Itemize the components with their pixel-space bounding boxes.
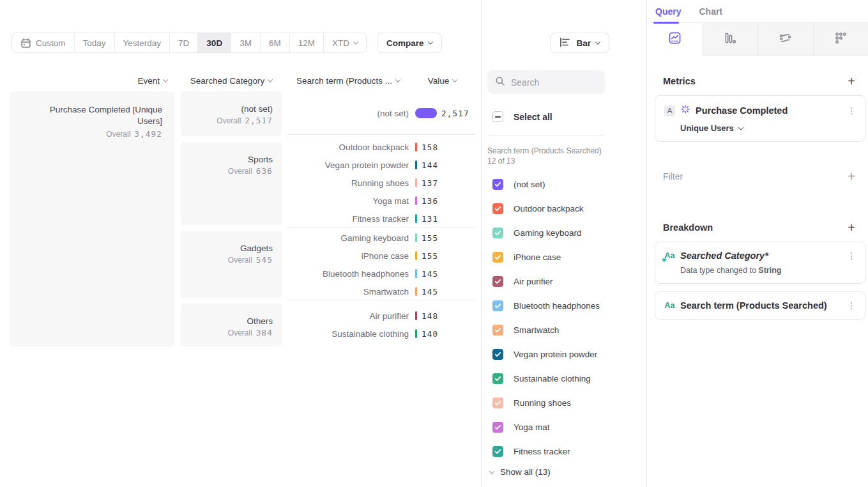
funnels-tab[interactable] xyxy=(703,23,758,56)
term-row[interactable]: Sustainable clothing140 xyxy=(287,325,476,343)
range-12m[interactable]: 12M xyxy=(289,33,323,52)
legend-item-label: Outdoor backpack xyxy=(514,204,584,213)
range-label: Today xyxy=(83,38,106,48)
term-row[interactable]: Vegan protein powder144 xyxy=(287,156,476,174)
term-value: 2,517 xyxy=(441,109,469,118)
add-breakdown-button[interactable]: + xyxy=(848,221,855,234)
category-card[interactable]: SportsOverall636 xyxy=(181,142,282,225)
header-event[interactable]: Event xyxy=(10,74,175,87)
legend-item[interactable]: Air purifier xyxy=(487,269,641,293)
retention-tab[interactable] xyxy=(813,23,868,56)
event-spark-icon xyxy=(680,104,690,117)
insights-tab[interactable] xyxy=(647,23,703,56)
check-icon xyxy=(494,399,501,406)
range-custom[interactable]: Custom xyxy=(12,33,74,52)
legend-items: (not set)Outdoor backpackGaming keyboard… xyxy=(487,172,641,463)
legend-item[interactable]: Fitness tracker xyxy=(487,439,641,463)
legend-item[interactable]: Gaming keyboard xyxy=(487,220,641,245)
kebab-menu-icon[interactable]: ⋮ xyxy=(847,301,856,310)
range-yesterday[interactable]: Yesterday xyxy=(114,33,170,52)
show-all-button[interactable]: Show all (13) xyxy=(490,467,551,477)
term-row[interactable]: Fitness tracker131 xyxy=(287,210,476,228)
range-3m[interactable]: 3M xyxy=(231,33,260,52)
term-row[interactable]: Air purifier148 xyxy=(287,307,476,325)
overall-value: 545 xyxy=(256,255,273,265)
chevron-down-icon xyxy=(452,77,457,82)
tab-chart[interactable]: Chart xyxy=(699,6,722,17)
checked-checkbox[interactable] xyxy=(492,203,503,214)
category-card[interactable]: (not set)Overall2,517 xyxy=(181,91,282,136)
select-all-label: Select all xyxy=(514,112,552,122)
checked-checkbox[interactable] xyxy=(492,300,503,311)
check-icon xyxy=(494,229,501,236)
search-input[interactable] xyxy=(511,77,588,88)
insights-icon xyxy=(669,32,681,47)
add-filter-button[interactable]: + xyxy=(848,170,855,183)
range-30d[interactable]: 30D xyxy=(197,33,231,52)
value-bar xyxy=(415,178,417,187)
select-all-row[interactable]: Select all xyxy=(492,111,552,122)
kebab-menu-icon[interactable]: ⋮ xyxy=(847,251,856,260)
legend-item[interactable]: iPhone case xyxy=(487,245,641,269)
term-row[interactable]: Bluetooth headphones145 xyxy=(287,265,476,282)
checked-checkbox[interactable] xyxy=(492,373,503,384)
range-xtd[interactable]: XTD xyxy=(323,33,366,52)
checked-checkbox[interactable] xyxy=(492,228,503,238)
add-metric-button[interactable]: + xyxy=(848,75,855,88)
indeterminate-checkbox[interactable] xyxy=(492,111,503,122)
legend-item[interactable]: Yoga mat xyxy=(487,415,641,439)
chevron-down-icon xyxy=(395,77,400,82)
checked-checkbox[interactable] xyxy=(492,398,503,408)
legend-item[interactable]: Sustainable clothing xyxy=(487,366,641,390)
term-row[interactable]: Gaming keyboard155 xyxy=(287,229,476,247)
breakdown-card-searched-category[interactable]: Aa✳ Searched Category* ⋮ Data type chang… xyxy=(655,242,865,284)
term-row[interactable]: (not set)2,517 xyxy=(287,104,476,122)
legend-search[interactable] xyxy=(487,70,605,94)
query-panel: Query Chart xyxy=(646,0,868,487)
legend-item[interactable]: Bluetooth headphones xyxy=(487,293,641,318)
term-row[interactable]: Running shoes137 xyxy=(287,174,476,192)
tab-query[interactable]: Query xyxy=(655,6,681,17)
header-value[interactable]: Value xyxy=(409,74,476,87)
header-search-term[interactable]: Search term (Products ... xyxy=(287,74,409,87)
indeterminate-dash-icon xyxy=(495,116,501,118)
term-label: (not set) xyxy=(287,109,409,118)
metric-card[interactable]: A Purchase Completed ⋮ Unique Users xyxy=(655,95,865,142)
compare-button[interactable]: Compare xyxy=(377,33,443,53)
range-6m[interactable]: 6M xyxy=(260,33,289,52)
checked-checkbox[interactable] xyxy=(492,276,503,287)
measure-selector[interactable]: Unique Users xyxy=(680,123,856,133)
legend-item[interactable]: Smartwatch xyxy=(487,318,641,342)
category-card[interactable]: OthersOverall384 xyxy=(181,304,282,346)
checked-checkbox[interactable] xyxy=(492,325,503,336)
event-card[interactable]: Purchase Completed [Unique Users] Overal… xyxy=(10,91,175,346)
retention-icon xyxy=(835,32,847,47)
search-icon xyxy=(495,76,505,89)
term-row[interactable]: Yoga mat136 xyxy=(287,192,476,210)
breakdown-section-header: Breakdown + xyxy=(663,221,855,234)
insights-report-app: CustomTodayYesterday7D30D3M6M12MXTD Comp… xyxy=(0,0,868,487)
legend-item[interactable]: Vegan protein powder xyxy=(487,342,641,366)
checked-checkbox[interactable] xyxy=(492,252,503,263)
header-searched-category[interactable]: Searched Category xyxy=(181,74,282,87)
range-7d[interactable]: 7D xyxy=(169,33,197,52)
checked-checkbox[interactable] xyxy=(492,422,503,433)
overall-value: 3,492 xyxy=(134,129,162,139)
legend-item[interactable]: Outdoor backpack xyxy=(487,196,641,220)
legend-caption: Search term (Products Searched) 12 of 13 xyxy=(487,146,609,166)
legend-item[interactable]: (not set) xyxy=(487,172,641,196)
term-row[interactable]: iPhone case155 xyxy=(287,247,476,265)
checked-checkbox[interactable] xyxy=(492,446,503,457)
range-today[interactable]: Today xyxy=(74,33,114,52)
term-row[interactable]: Smartwatch145 xyxy=(287,282,476,300)
category-card[interactable]: GadgetsOverall545 xyxy=(181,231,282,298)
breakdown-card-row: Aa✳ Searched Category* ⋮ xyxy=(664,251,856,261)
flows-tab[interactable] xyxy=(758,23,813,56)
kebab-menu-icon[interactable]: ⋮ xyxy=(847,106,856,115)
breakdown-card-search-term[interactable]: Aa Search term (Products Searched) ⋮ xyxy=(655,291,865,320)
legend-item[interactable]: Running shoes xyxy=(487,390,641,415)
term-row[interactable]: Outdoor backpack158 xyxy=(287,138,476,156)
checked-checkbox[interactable] xyxy=(492,179,503,190)
checked-checkbox[interactable] xyxy=(492,349,503,360)
value-bar xyxy=(415,269,417,278)
